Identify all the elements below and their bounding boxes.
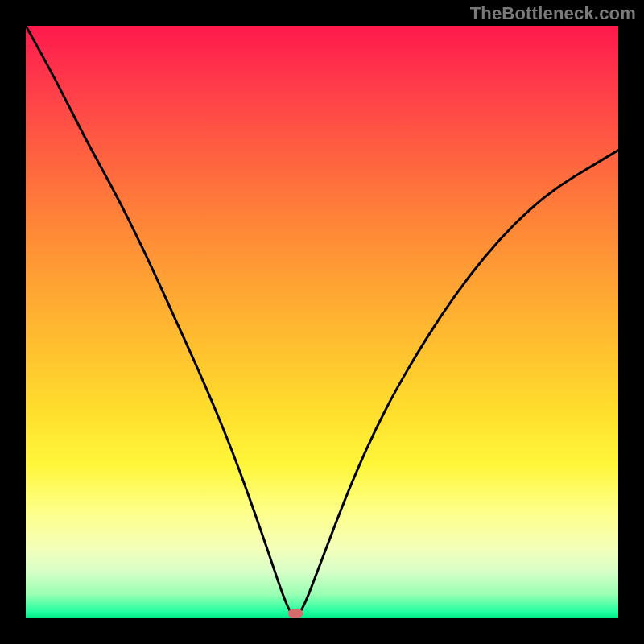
watermark-text: TheBottleneck.com (470, 3, 636, 24)
chart-frame: TheBottleneck.com (0, 0, 644, 644)
minimum-marker (288, 609, 303, 618)
bottleneck-curve (26, 26, 618, 618)
plot-area (26, 26, 618, 618)
